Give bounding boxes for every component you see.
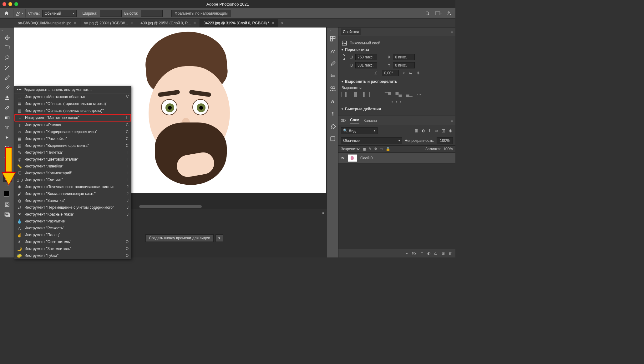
distribute-icon[interactable]: ⋯ — [417, 92, 421, 97]
adjustments-panel-icon[interactable] — [329, 47, 337, 55]
stamp-tool-icon[interactable] — [3, 93, 12, 102]
tab-channels[interactable]: Каналы — [364, 118, 377, 123]
libraries-panel-icon[interactable] — [329, 72, 337, 80]
actions-panel-icon[interactable] — [329, 122, 337, 130]
panel-menu-icon[interactable]: ≡ — [322, 211, 324, 216]
close-icon[interactable]: × — [193, 21, 196, 25]
x-value[interactable]: 0 пикс. — [393, 54, 415, 60]
opacity-value[interactable]: 100% — [437, 137, 453, 144]
visibility-icon[interactable]: 👁 — [341, 156, 345, 160]
more-icon[interactable]: • • • — [342, 99, 452, 106]
width-input[interactable] — [100, 10, 122, 17]
new-layer-icon[interactable]: ⊞ — [442, 251, 445, 256]
workspace-switcher-icon[interactable]: ▾ — [434, 9, 442, 17]
align-top-icon[interactable]: ▔▀ — [385, 92, 391, 97]
flyout-header[interactable]: ••• Редактировать панель инструментов… — [14, 86, 131, 93]
filter-pixel-icon[interactable]: ▦ — [413, 128, 419, 133]
screen-mode-icon[interactable] — [3, 210, 12, 219]
link-layers-icon[interactable]: ⚭ — [405, 251, 408, 256]
collapse-icon[interactable]: « — [330, 29, 332, 32]
section-align[interactable]: ▾Выровнять и распределить — [342, 79, 452, 84]
color-swatches[interactable] — [3, 190, 12, 199]
layer-name[interactable]: Слой 0 — [360, 156, 373, 160]
blend-mode-select[interactable]: Обычные▾ — [341, 137, 402, 144]
zoom-tool-icon[interactable] — [3, 163, 12, 172]
align-hcenter-icon[interactable]: ▐▌ — [352, 92, 359, 97]
align-left-icon[interactable]: ▏▌ — [342, 92, 348, 97]
flyout-item[interactable]: ◍Инструмент "Заплатка"J — [14, 197, 131, 204]
y-value[interactable]: 0 пикс. — [393, 62, 415, 68]
horizontal-scrollbar[interactable] — [139, 205, 202, 208]
minimize-window-icon[interactable] — [8, 2, 12, 6]
layer-item[interactable]: 👁 Слой 0 — [338, 153, 455, 163]
document-tab[interactable]: on-BfWDyQ10uMk-unsplash.jpg × — [14, 19, 80, 27]
lock-paint-icon[interactable]: ✎ — [368, 147, 372, 151]
flyout-item[interactable]: ☝Инструмент "Палец" — [14, 232, 131, 238]
magic-wand-tool-icon[interactable] — [3, 63, 12, 72]
collapse-icon[interactable]: » — [1, 29, 3, 32]
lock-position-icon[interactable]: ✥ — [374, 147, 377, 151]
marquee-tool-icon[interactable] — [3, 43, 12, 52]
width-value[interactable]: 750 пикс. — [355, 54, 377, 60]
close-icon[interactable]: × — [272, 21, 274, 25]
share-icon[interactable] — [445, 9, 453, 17]
flyout-item[interactable]: 1²3Инструмент "Счетчик"I — [14, 177, 131, 183]
maximize-window-icon[interactable] — [14, 2, 18, 6]
timeline-dropdown-icon[interactable]: ▾ — [216, 234, 223, 242]
flyout-item[interactable]: ▦Инструмент "Раскройка"C — [14, 135, 131, 142]
move-tool-icon[interactable] — [3, 33, 12, 42]
lasso-tool-icon[interactable] — [3, 53, 12, 62]
create-video-timeline-button[interactable]: Создать шкалу времени для видео — [145, 234, 214, 242]
flyout-item[interactable]: ✎Инструмент "Пипетка"I — [14, 149, 131, 156]
filter-shape-icon[interactable]: ▭ — [434, 128, 439, 133]
flyout-item[interactable]: 💧Инструмент "Размытие" — [14, 218, 131, 225]
align-vcenter-icon[interactable]: ▀▄ — [396, 92, 402, 97]
close-icon[interactable]: × — [74, 21, 76, 25]
filter-toggle-icon[interactable]: ◉ — [448, 128, 453, 133]
lock-artboard-icon[interactable]: ▭ — [380, 147, 383, 151]
height-input[interactable] — [141, 10, 163, 17]
tab-3d[interactable]: 3D — [341, 118, 346, 123]
flyout-item[interactable]: ◫Инструмент «Рамка»C — [14, 122, 131, 128]
brush-tool-icon[interactable] — [3, 83, 12, 92]
adjustment-layer-icon[interactable]: ◐ — [427, 251, 430, 256]
document-tab[interactable]: 430.jpg @ 205% (Слой 0, R... × — [137, 19, 200, 27]
new-group-icon[interactable]: 🗀 — [434, 251, 438, 256]
eyedropper-tool-icon[interactable] — [3, 73, 12, 82]
history-panel-icon[interactable] — [329, 135, 337, 142]
flyout-item[interactable]: 🌙Инструмент "Затемнитель"O — [14, 245, 131, 252]
foreground-color-swatch[interactable] — [4, 191, 9, 197]
align-right-icon[interactable]: ▌▕ — [363, 92, 370, 97]
eraser-tool-icon[interactable] — [3, 103, 12, 112]
panel-menu-icon[interactable]: ≡ — [451, 30, 453, 34]
filter-smart-icon[interactable]: ◫ — [441, 128, 446, 133]
document-tab[interactable]: 34223.jpg @ 319% (Слой 0, RGB/8#) * × — [200, 19, 278, 27]
height-value[interactable]: 381 пикс. — [355, 62, 377, 68]
align-bottom-icon[interactable]: ▄▁ — [406, 92, 413, 97]
character-panel-icon[interactable] — [329, 85, 337, 92]
path-select-tool-icon[interactable] — [3, 133, 12, 142]
flyout-item[interactable]: 🧽Инструмент "Губка"O — [14, 252, 131, 257]
filter-adjust-icon[interactable]: ◐ — [421, 128, 426, 133]
edit-toolbar-icon[interactable] — [3, 173, 12, 182]
flyout-item[interactable]: ▤Инструмент "Область (горизонтальная стр… — [14, 100, 131, 107]
fill-value[interactable]: 100% — [443, 147, 453, 151]
delete-layer-icon[interactable]: 🗑 — [449, 251, 452, 256]
flyout-item[interactable]: 🗨Инструмент "Комментарий"I — [14, 170, 131, 177]
color-panel-icon[interactable] — [329, 35, 337, 42]
quick-mask-icon[interactable] — [3, 200, 12, 209]
flyout-item[interactable]: 🖌Инструмент "Восстанавливающая кисть"J — [14, 190, 131, 197]
tab-properties[interactable]: Свойства — [341, 28, 361, 35]
flip-horizontal-icon[interactable]: ⇋ — [409, 71, 412, 75]
ellipsis-tool-icon[interactable]: ⋯ — [3, 183, 12, 188]
flyout-item[interactable]: 👁Инструмент "Красные глаза"J — [14, 211, 131, 218]
link-wh-icon[interactable] — [342, 54, 346, 61]
current-tool-icon[interactable]: ▾ — [13, 9, 26, 17]
flyout-item[interactable]: 📏Инструмент "Линейка"I — [14, 163, 131, 170]
brushes-panel-icon[interactable] — [329, 60, 337, 67]
style-select[interactable]: Обычный ▾ — [42, 10, 77, 17]
flyout-item[interactable]: ◎Инструмент "Цветовой эталон"I — [14, 156, 131, 163]
section-perspective[interactable]: ▾Перспектива — [342, 47, 452, 52]
tabs-overflow-icon[interactable]: » — [278, 19, 287, 27]
type-tool-icon[interactable]: T — [3, 123, 12, 132]
